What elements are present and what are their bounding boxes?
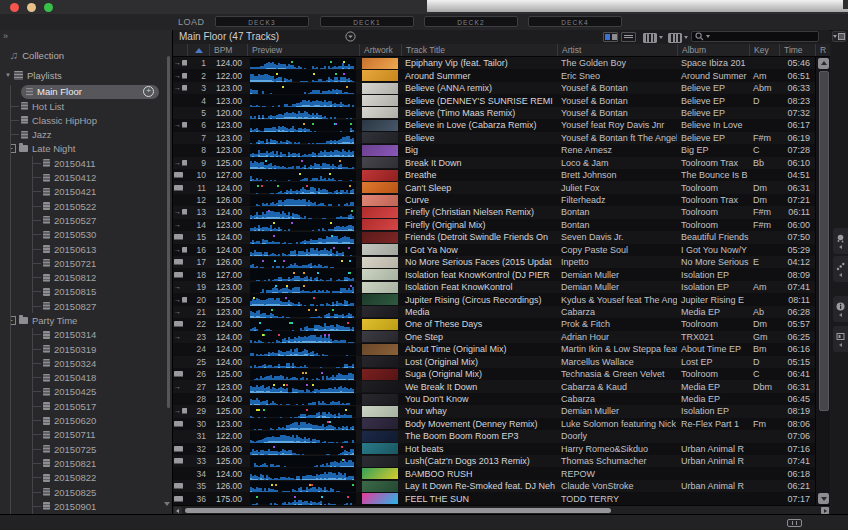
table-row[interactable]: 15 124.00 Friends (Detroit Swindle Frien…: [173, 231, 815, 243]
waveform-preview[interactable]: [247, 244, 359, 256]
collapse-expander-icon[interactable]: -: [11, 316, 16, 325]
waveform-preview[interactable]: [247, 107, 359, 119]
column-track-title[interactable]: Track Title: [401, 44, 557, 56]
table-row[interactable]: 5 120.00 Believe (Timo Maas Remix) Youse…: [173, 107, 815, 119]
sidebar-item-hot-list[interactable]: Hot List: [11, 99, 162, 113]
waveform-preview[interactable]: [247, 206, 359, 218]
playlist-options-icon[interactable]: [345, 31, 356, 42]
minimize-window-button[interactable]: [27, 3, 36, 12]
waveform-preview[interactable]: [247, 405, 359, 417]
waveform-preview[interactable]: [247, 393, 359, 405]
column-rating[interactable]: R: [815, 44, 830, 56]
table-row[interactable]: 28 124.00 You Don't Know Cabarza Media E…: [173, 393, 815, 405]
deck1-button[interactable]: DECK1: [320, 16, 414, 27]
sidebar-item-collection[interactable]: ♫ Collection: [0, 48, 162, 62]
table-row[interactable]: 22 124.00 One of These Days Prok & Fitch…: [173, 318, 815, 330]
sidebar-item-20150425[interactable]: 20150425: [33, 385, 162, 399]
table-row[interactable]: → 14 123.00 Firefly (Original Mix) Bonta…: [173, 219, 815, 231]
column-preview[interactable]: Preview: [247, 44, 359, 56]
column-settings-dropdown[interactable]: [643, 32, 664, 43]
deck3-button[interactable]: DECK3: [215, 16, 309, 27]
table-row[interactable]: 8 123.00 Big Rene Amesz Big EP C 07:28: [173, 144, 815, 156]
sidebar-item-jazz[interactable]: Jazz: [11, 127, 162, 141]
sidebar-collapse-icon[interactable]: »: [3, 31, 8, 41]
table-row[interactable]: → 13 124.00 Firefly (Christian Nielsen R…: [173, 206, 815, 218]
table-row[interactable]: → 27 123.00 We Break It Down Cabarza & K…: [173, 380, 815, 392]
load-label[interactable]: LOAD: [178, 17, 205, 27]
sidebar-item-20150825[interactable]: 20150825: [33, 485, 162, 499]
sidebar-item-20150522[interactable]: 20150522: [33, 199, 162, 213]
info-tab[interactable]: [833, 296, 848, 322]
waveform-preview[interactable]: [247, 418, 359, 430]
column-key[interactable]: Key: [749, 44, 779, 56]
waveform-preview[interactable]: [247, 94, 359, 106]
table-row[interactable]: → 2 122.00 Around Summer Eric Sneo Aroun…: [173, 69, 815, 81]
table-row[interactable]: 30 123.00 Body Movement (Denney Remix) L…: [173, 418, 815, 430]
deck4-button[interactable]: DECK4: [528, 16, 622, 27]
table-row[interactable]: → 19 123.00 Isolation Feat KnowKontrol D…: [173, 281, 815, 293]
sidebar-item-main-floor[interactable]: Main Floor +: [21, 85, 159, 99]
close-window-button[interactable]: [10, 3, 19, 12]
split-view-icon[interactable]: [603, 32, 618, 42]
sidebar-item-20150901[interactable]: 20150901: [33, 499, 162, 513]
sidebar-item-20150620[interactable]: 20150620: [33, 413, 162, 427]
link-indicator-icon[interactable]: [787, 519, 802, 527]
table-row[interactable]: 35 126.00 Lay It Down Re-Smoked feat. DJ…: [173, 480, 815, 492]
sidebar-item-20150527[interactable]: 20150527: [33, 213, 162, 227]
waveform-preview[interactable]: [247, 430, 359, 442]
table-row[interactable]: 26 125.00 Suga (Original Mix) Technasia …: [173, 368, 815, 380]
browser-panel-toggle[interactable]: [832, 31, 846, 42]
waveform-preview[interactable]: [247, 256, 359, 268]
table-row[interactable]: 10 127.00 Breathe Brett Johnson The Boun…: [173, 169, 815, 181]
sidebar-item-playlists[interactable]: ▼ Playlists: [0, 68, 162, 82]
waveform-preview[interactable]: [247, 306, 359, 318]
waveform-preview[interactable]: [247, 356, 359, 368]
table-row[interactable]: 33 125.00 Lush(Catz'n Dogs 2013 Remix) T…: [173, 455, 815, 467]
table-row[interactable]: 25 124.00 Lost (Original Mix) Marcellus …: [173, 356, 815, 368]
sidebar-item-20150530[interactable]: 20150530: [33, 228, 162, 242]
waveform-preview[interactable]: [247, 181, 359, 193]
table-row[interactable]: 34 124.00 BAMBOO RUSH REPOW 06:18: [173, 467, 815, 479]
table-row[interactable]: → 6 123.00 Believe in Love (Cabarza Remi…: [173, 119, 815, 131]
table-row[interactable]: 18 127.00 Isolation feat KnowKontrol (DJ…: [173, 268, 815, 280]
waveform-preview[interactable]: [247, 281, 359, 293]
scroll-right-icon[interactable]: [821, 507, 829, 514]
sidebar-item-20150613[interactable]: 20150613: [33, 242, 162, 256]
search-box[interactable]: [691, 31, 819, 42]
waveform-preview[interactable]: [247, 231, 359, 243]
table-row[interactable]: 11 124.00 Can't Sleep Juliet Fox Toolroo…: [173, 181, 815, 193]
waveform-preview[interactable]: [247, 343, 359, 355]
waveform-preview[interactable]: [247, 169, 359, 181]
table-row[interactable]: → 21 123.00 Media Cabarza Media EP Ab 06…: [173, 306, 815, 318]
table-row[interactable]: → 16 124.00 I Got Ya Now Copy Paste Soul…: [173, 244, 815, 256]
sidebar-scrollbar-thumb[interactable]: [167, 56, 170, 408]
column-status[interactable]: [173, 44, 187, 56]
sidebar-item-20150412[interactable]: 20150412: [33, 170, 162, 184]
table-row[interactable]: → 29 125.00 Your whay Demian Muller Isol…: [173, 405, 815, 417]
horizontal-scrollbar-thumb[interactable]: [185, 508, 611, 514]
waveform-preview[interactable]: [247, 380, 359, 392]
waveform-preview[interactable]: [247, 443, 359, 455]
scroll-up-icon[interactable]: [818, 58, 829, 69]
collapse-expander-icon[interactable]: -: [11, 144, 16, 153]
artwork-size-dropdown[interactable]: [668, 32, 689, 43]
sidebar-item-20150725[interactable]: 20150725: [33, 442, 162, 456]
scroll-down-icon[interactable]: [818, 493, 829, 504]
column-album[interactable]: Album: [677, 44, 749, 56]
waveform-preview[interactable]: [247, 144, 359, 156]
table-row[interactable]: 7 123.00 Believe Yousef & Bontan ft The …: [173, 132, 815, 144]
matching-tab[interactable]: [833, 256, 848, 282]
waveform-preview[interactable]: [247, 293, 359, 305]
table-row[interactable]: → 20 125.00 Jupiter Rising (Circus Recor…: [173, 293, 815, 305]
sidebar-scroll-down-icon[interactable]: [164, 502, 170, 506]
sidebar-item-20150421[interactable]: 20150421: [33, 185, 162, 199]
waveform-preview[interactable]: [247, 157, 359, 169]
waveform-preview[interactable]: [247, 194, 359, 206]
waveform-preview[interactable]: [247, 368, 359, 380]
table-row[interactable]: 4 123.00 Believe (DENNEY'S SUNRISE REMI …: [173, 94, 815, 106]
waveform-preview[interactable]: [247, 331, 359, 343]
table-row[interactable]: → 3 123.00 Believe (ANNA remix) Yousef &…: [173, 82, 815, 94]
table-row[interactable]: → 9 125.00 Break It Down Loco & Jam Tool…: [173, 157, 815, 169]
table-row[interactable]: → 1 124.00 Epiphany Vip (feat. Tailor) T…: [173, 57, 815, 69]
waveform-preview[interactable]: [247, 57, 359, 69]
